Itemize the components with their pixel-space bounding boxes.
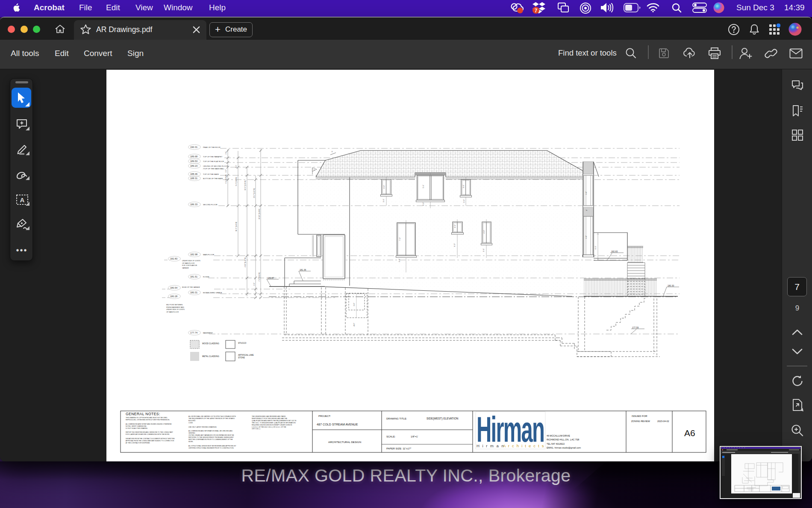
svg-text:TOP OF THE PARAPET: TOP OF THE PARAPET	[203, 156, 223, 158]
svg-text:BASEMENT: BASEMENT	[203, 332, 213, 334]
svg-text:THE REQUIREMENTS OF THE LATEST: THE REQUIREMENTS OF THE LATEST REVISION …	[188, 418, 235, 419]
svg-text:REQUIRED UNLESS DESIGN IS EXEM: REQUIRED UNLESS DESIGN IS EXEMPT UNDER D…	[252, 424, 292, 426]
svg-text:REPORTED TO THE DESIGN FIRM BY: REPORTED TO THE DESIGN FIRM BY PHONE AND…	[188, 437, 234, 438]
svg-text:ESTABLISHED GRADE: ESTABLISHED GRADE	[203, 292, 222, 294]
svg-text:A: A	[20, 196, 25, 204]
svg-text:177.74: 177.74	[190, 331, 197, 334]
svg-text:FINISH BASEMENT AND: FINISH BASEMENT AND	[166, 307, 184, 308]
svg-text:188.46: 188.46	[190, 173, 197, 175]
svg-text:487 COLD STREAM AVENUE: 487 COLD STREAM AVENUE	[317, 422, 358, 426]
svg-text:180.28: 180.28	[170, 295, 177, 298]
svg-text:20'-7" [6.27 M]: 20'-7" [6.27 M]	[253, 188, 255, 198]
svg-text:A r c h i t e c t s: A r c h i t e c t s	[503, 443, 544, 448]
svg-text:3'-6": 3'-6"	[482, 248, 485, 252]
svg-text:182.98: 182.98	[190, 253, 197, 256]
svg-text:MAIN FLOOR: MAIN FLOOR	[203, 254, 214, 256]
svg-text:UNDER SIDE OF JOISTS: UNDER SIDE OF JOISTS	[166, 309, 185, 310]
svg-text:3'-6": 3'-6"	[382, 198, 385, 202]
svg-text:CODE.: CODE.	[188, 422, 193, 424]
svg-text:2'-0": 2'-0"	[454, 224, 456, 228]
svg-text:THE O.B.C. TO BE A DESIGNER. Q: THE O.B.C. TO BE A DESIGNER. QUALIFICATI…	[252, 422, 296, 424]
svg-text:2'-5": 2'-5"	[235, 165, 237, 168]
svg-text:UNDER SIDE OF JOISTS: UNDER SIDE OF JOISTS	[182, 260, 200, 262]
svg-text:10'-0" [3.05 M]: 10'-0" [3.05 M]	[244, 180, 246, 190]
svg-text:189.23: 189.23	[190, 165, 197, 167]
svg-text:8: 8	[332, 151, 332, 153]
svg-text:180.54: 180.54	[170, 286, 177, 289]
svg-text:3'-0": 3'-0"	[253, 282, 255, 286]
svg-text:ALL DIMENSIONS AND INFORMATION: ALL DIMENSIONS AND INFORMATION SHALL BE …	[188, 430, 233, 432]
svg-text:5'-0": 5'-0"	[585, 235, 587, 239]
svg-text:THE UNDERSIGNED HAS REVIEWED A: THE UNDERSIGNED HAS REVIEWED AND TAKES	[252, 416, 286, 417]
svg-text:SIDE(WEST) ELEVATION: SIDE(WEST) ELEVATION	[427, 417, 459, 420]
svg-text:6'-4" [1.93 M]: 6'-4" [1.93 M]	[225, 174, 227, 183]
svg-text:3'-6": 3'-6"	[383, 185, 385, 189]
svg-text:H i r m a n: H i r m a n	[477, 443, 505, 448]
svg-text:MID POINT BETWEEN: MID POINT BETWEEN	[166, 304, 183, 306]
svg-text:3'-0": 3'-0"	[398, 258, 400, 262]
svg-text:/TOP OF THE MAIN WALL: /TOP OF THE MAIN WALL	[203, 168, 225, 170]
svg-text:SECOND FLOOR: SECOND FLOOR	[203, 204, 218, 206]
svg-text:182.83: 182.83	[611, 250, 618, 253]
svg-text:30'-10" [9.40 M]: 30'-10" [9.40 M]	[259, 209, 260, 219]
svg-text:WRITTEN CONFIRMATION PRIOR TO: WRITTEN CONFIRMATION PRIOR TO COMMENCEME…	[188, 439, 233, 440]
svg-text:WORK.: WORK.	[188, 441, 194, 443]
svg-text:BOTTOM OF THE EAVE: BOTTOM OF THE EAVE	[203, 177, 223, 180]
svg-text:180.31: 180.31	[190, 291, 197, 294]
svg-text:DEVIATIONS FROM THE CONTRACT D: DEVIATIONS FROM THE CONTRACT DOCUMENTS W…	[126, 438, 175, 440]
svg-text:7'-0": 7'-0"	[399, 237, 401, 241]
svg-text:3'-6": 3'-6"	[462, 184, 465, 188]
svg-text:7: 7	[535, 8, 538, 14]
svg-text:4'-10" [1.47 M]: 4'-10" [1.47 M]	[244, 257, 246, 267]
svg-text:3'-6": 3'-6"	[463, 199, 465, 203]
svg-text:CEILING OF SECOND FLOOR: CEILING OF SECOND FLOOR	[203, 165, 228, 167]
svg-text:DO NOT SCALE THIS DRAWING.: DO NOT SCALE THIS DRAWING.	[126, 428, 148, 429]
svg-text:OF MAIN FLOOR: OF MAIN FLOOR	[182, 263, 194, 264]
svg-text:5'-6": 5'-6"	[422, 184, 424, 188]
svg-text:177.59: 177.59	[632, 326, 639, 329]
svg-text:AT THE CONTRACTOR'S EXPENSE.: AT THE CONTRACTOR'S EXPENSE.	[126, 442, 150, 444]
svg-text:QUALIFICATIONS AND MEETS THE R: QUALIFICATIONS AND MEETS THE REQUIREMENT…	[252, 420, 297, 422]
svg-text:METAL CLADDING: METAL CLADDING	[202, 355, 219, 357]
svg-text:ON THE JOB AND ANY VARIANCES O: ON THE JOB AND ANY VARIANCES OR DISCREPA…	[188, 434, 234, 436]
svg-text:NOTED. VERIFY DIMENSIONS.: NOTED. VERIFY DIMENSIONS.	[126, 425, 147, 427]
svg-text:ALL WORK SHALL BE CARRIED OUT: ALL WORK SHALL BE CARRIED OUT IN STRICT …	[188, 416, 236, 417]
svg-text:REPRODUCED, OR REVISED WITHOUT: REPRODUCED, OR REVISED WITHOUT WRITTEN P…	[126, 419, 170, 421]
svg-text:CERTIFIED STRUCTURAL ENGINEER: CERTIFIED STRUCTURAL ENGINEER PRIOR TO C…	[188, 447, 234, 449]
svg-text:189.53: 189.53	[190, 160, 197, 162]
svg-text:A6: A6	[684, 428, 695, 438]
svg-text:3'-0": 3'-0"	[353, 303, 355, 306]
svg-text:FOR CLARIFICATION BEFORE COMME: FOR CLARIFICATION BEFORE COMMENCING WITH…	[126, 434, 170, 435]
svg-text:5'-0": 5'-0"	[585, 191, 587, 195]
svg-text:1997 O.B.C.): 1997 O.B.C.)	[252, 428, 260, 430]
svg-text:BUILDING: BUILDING	[188, 420, 195, 422]
svg-text:PROJECT:: PROJECT:	[318, 415, 331, 417]
svg-text:11'-2" [3.40 M]: 11'-2" [3.40 M]	[235, 222, 237, 231]
svg-text:2'-0": 2'-0"	[422, 202, 424, 206]
svg-text:PEAK OF THE ROOF: PEAK OF THE ROOF	[203, 146, 221, 148]
svg-text:FOR JOISTS ABOVE: FOR JOISTS ABOVE	[182, 265, 197, 266]
svg-text:ZONING REVIEW: ZONING REVIEW	[631, 420, 650, 422]
svg-text:4'-6": 4'-6"	[483, 230, 485, 233]
svg-text:2'-1": 2'-1"	[225, 151, 227, 154]
svg-text:C-3.2.5.1. OF THE 2012 O.B.C.(: C-3.2.5.1. OF THE 2012 O.B.C.( OR 3.2.4.…	[252, 426, 286, 428]
svg-text:180.87: 180.87	[268, 277, 274, 279]
svg-text:180.30: 180.30	[668, 284, 674, 287]
svg-text:1/8"=1': 1/8"=1'	[411, 435, 418, 438]
svg-text:182.83: 182.83	[170, 257, 177, 260]
svg-text:RICHMOND HILL,ON. ,L4C 7S8: RICHMOND HILL,ON. ,L4C 7S8	[547, 438, 579, 441]
svg-text:TOP OF THE FLAT ROOF: TOP OF THE FLAT ROOF	[203, 160, 224, 162]
svg-text:ARTIFICIAL LIME: ARTIFICIAL LIME	[238, 354, 254, 356]
svg-text:189.68: 189.68	[190, 155, 197, 158]
svg-text:FOYER: FOYER	[203, 276, 209, 278]
svg-text:6'-0": 6'-0"	[594, 245, 597, 249]
svg-text:1'-0": 1'-0"	[225, 169, 227, 172]
svg-text:PAPER SIZE: 11"x17": PAPER SIZE: 11"x17"	[386, 447, 411, 450]
svg-text:9'-4" [2.84 M]: 9'-4" [2.84 M]	[235, 177, 237, 186]
svg-text:7'-0" [2.13 M]: 7'-0" [2.13 M]	[259, 272, 260, 281]
svg-text:REPORT INCONSISTENCIES AND OMI: REPORT INCONSISTENCIES AND OMISSIONS TO …	[126, 431, 173, 433]
svg-text:STUCCO: STUCCO	[238, 342, 247, 344]
svg-text:APPROVAL FROM THE CONSULTANT A: APPROVAL FROM THE CONSULTANT ARE SUBJECT…	[126, 440, 174, 442]
svg-text:46 MCCALLUM DRIVE: 46 MCCALLUM DRIVE	[547, 434, 570, 437]
svg-text:ALL DIMENSIONS ARE IN FEET AND: ALL DIMENSIONS ARE IN FEET AND INCHES UN…	[126, 423, 172, 425]
